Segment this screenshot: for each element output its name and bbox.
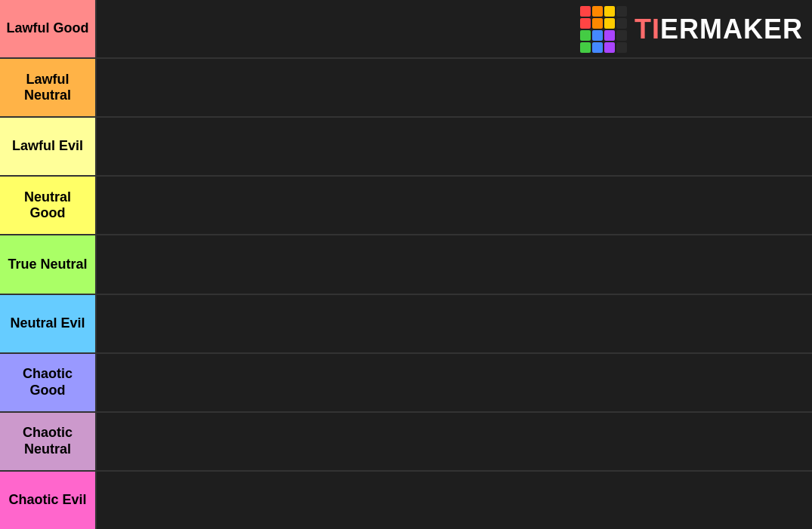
logo-cell-10 [592,30,603,41]
tier-content-chaotic-good[interactable] [95,354,812,411]
tier-label-true-neutral: True Neutral [0,235,95,293]
logo-cell-8 [616,18,627,29]
tier-label-lawful-evil: Lawful Evil [0,118,95,175]
tier-row-lawful-evil: Lawful Evil [0,118,812,177]
tier-content-chaotic-neutral[interactable] [95,413,812,470]
tier-label-chaotic-neutral: ChaoticNeutral [0,413,95,470]
logo-cell-14 [592,42,603,53]
tier-content-lawful-evil[interactable] [95,118,812,175]
tier-label-chaotic-evil: Chaotic Evil [0,472,95,529]
tier-content-chaotic-evil[interactable] [95,472,812,529]
tier-row-true-neutral: True Neutral [0,235,812,294]
logo-cell-5 [580,18,591,29]
tier-row-chaotic-evil: Chaotic Evil [0,472,812,529]
tier-row-neutral-good: Neutral Good [0,177,812,235]
logo-cell-6 [592,18,603,29]
tier-list: TiERMAKER Lawful Good LawfulNeutral Lawf… [0,0,812,529]
logo-cell-2 [592,6,603,17]
logo-cell-13 [580,42,591,53]
logo-cell-9 [580,30,591,41]
logo-cell-16 [616,42,627,53]
logo-cell-1 [580,6,591,17]
tier-content-true-neutral[interactable] [95,235,812,293]
logo-cell-4 [616,6,627,17]
tier-row-chaotic-good: ChaoticGood [0,354,812,413]
logo-text: TiERMAKER [634,14,803,45]
logo-cell-12 [616,30,627,41]
tier-content-lawful-neutral[interactable] [95,59,812,116]
tier-content-neutral-good[interactable] [95,177,812,234]
tier-row-neutral-evil: Neutral Evil [0,295,812,354]
tier-label-lawful-neutral: LawfulNeutral [0,59,95,116]
logo-cell-7 [604,18,615,29]
tier-row-lawful-neutral: LawfulNeutral [0,59,812,118]
logo-cell-11 [604,30,615,41]
tier-label-neutral-evil: Neutral Evil [0,295,95,352]
tier-content-neutral-evil[interactable] [95,295,812,352]
logo-container: TiERMAKER [580,6,803,53]
tier-row-chaotic-neutral: ChaoticNeutral [0,413,812,472]
logo-cell-15 [604,42,615,53]
logo-cell-3 [604,6,615,17]
logo-grid [580,6,627,53]
header: TiERMAKER [571,0,812,59]
tier-label-chaotic-good: ChaoticGood [0,354,95,411]
tier-label-neutral-good: Neutral Good [0,177,95,234]
tier-label-lawful-good: Lawful Good [0,0,95,57]
